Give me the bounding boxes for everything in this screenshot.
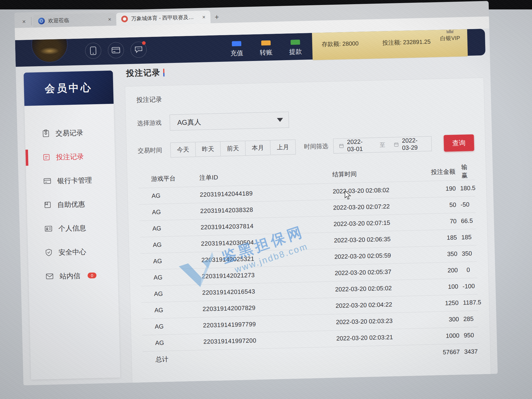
- sidebar-menu: 交易记录 投注记录 银行卡管理: [24, 104, 118, 289]
- tab-sports-site[interactable]: 万象城体育 - 西甲联赛及意甲罗 ×: [116, 11, 211, 25]
- sidebar-item-security[interactable]: 安全中心: [28, 239, 117, 265]
- quick-range-last-month[interactable]: 上月: [270, 140, 295, 155]
- cell-settle-time: 2022-03-20 02:05:02: [293, 284, 413, 294]
- member-sidebar: 会员中心 交易记录: [24, 70, 120, 380]
- sidebar-item-bet-records[interactable]: 投注记录: [25, 144, 115, 170]
- sidebar-item-label: 安全中心: [58, 247, 86, 257]
- cell-win-loss: 0: [462, 266, 477, 274]
- bet-records-panel: 投注记录 选择游戏 AG真人 交易时间 今天: [125, 78, 492, 385]
- page-content: 会员中心 交易记录: [16, 55, 498, 385]
- chevron-down-icon: [277, 118, 283, 122]
- cell-bet-id: 220319142038328: [181, 205, 292, 215]
- page-button-1[interactable]: 1: [257, 382, 269, 385]
- vip-level[interactable]: 白银VIP: [440, 29, 460, 42]
- bet-amount: 投注额: 232891.25: [382, 38, 431, 47]
- time-filter-row: 交易时间 今天 昨天 前天 本月 上月 时间筛选: [137, 134, 474, 159]
- page-viewport: 充值 转账 提款 存款额: 28000 投注额: 232891.25: [15, 29, 498, 385]
- col-header-bet-amount: 投注金额: [410, 167, 460, 177]
- close-icon[interactable]: ×: [201, 13, 206, 21]
- page-button-last[interactable]: 尾: [355, 380, 367, 385]
- cell-bet-id: 220319141997200: [184, 336, 295, 346]
- page-title: 投注记录: [126, 67, 161, 79]
- messages-button[interactable]: [131, 41, 147, 58]
- cell-bet-id: 220319142007829: [183, 303, 294, 313]
- cell-win-loss: 950: [464, 331, 481, 339]
- bet-records-table: 游戏平台 注单ID 结算时间 投注金额 输赢 AG 22031914204418…: [138, 163, 479, 368]
- cell-bet-id: 220319142030504: [181, 238, 293, 248]
- panel-subtitle: 投注记录: [136, 88, 473, 104]
- phone-icon: [89, 46, 97, 55]
- bank-card-button[interactable]: [108, 42, 124, 58]
- nav-item-transfer[interactable]: 转账: [255, 34, 277, 61]
- shield-check-icon: [45, 249, 53, 257]
- sidebar-item-label: 站内信: [60, 271, 81, 281]
- cell-win-loss: 185: [461, 233, 479, 241]
- total-label: 总计: [143, 354, 185, 364]
- quick-range-day-before[interactable]: 前天: [220, 141, 245, 156]
- sidebar-item-inbox[interactable]: 站内信 0: [28, 263, 118, 289]
- close-icon[interactable]: ×: [18, 16, 30, 28]
- cell-bet-id: 220319142021273: [182, 271, 293, 281]
- document-icon: [43, 154, 50, 161]
- cell-bet-amount: 50: [411, 201, 461, 209]
- new-tab-button[interactable]: +: [210, 11, 223, 23]
- game-select-label: 选择游戏: [137, 119, 170, 128]
- quick-range-today[interactable]: 今天: [170, 142, 196, 157]
- cell-settle-time: 2022-03-20 02:03:23: [294, 317, 414, 327]
- cell-bet-amount: 200: [412, 267, 462, 275]
- cell-bet-amount: 190: [410, 185, 461, 193]
- game-select[interactable]: AG真人: [170, 112, 289, 131]
- sidebar-item-profile[interactable]: 个人信息: [27, 215, 117, 241]
- cell-bet-amount: 70: [411, 218, 461, 226]
- sidebar-item-bank-cards[interactable]: 银行卡管理: [26, 167, 116, 193]
- cell-platform: AG: [140, 257, 182, 265]
- quick-range-yesterday[interactable]: 昨天: [195, 142, 221, 157]
- cell-platform: AG: [139, 208, 181, 216]
- cell-bet-amount: 100: [413, 283, 463, 291]
- sidebar-item-transactions[interactable]: 交易记录: [25, 120, 114, 146]
- site-nav: 充值 转账 提款: [226, 33, 306, 62]
- tab-title: 欢迎莅临: [48, 16, 104, 24]
- quick-range-this-month[interactable]: 本月: [245, 140, 270, 155]
- cell-bet-id: 220319142025321: [182, 254, 293, 264]
- page-button-5[interactable]: 5: [322, 381, 334, 385]
- time-filter-label: 交易时间: [138, 146, 171, 155]
- crown-icon: [446, 29, 454, 34]
- total-bet-amount: 57667: [414, 348, 464, 357]
- nav-item-withdraw[interactable]: 提款: [284, 33, 306, 60]
- mobile-app-button[interactable]: [85, 43, 101, 59]
- date-from-field[interactable]: 2022-03-01: [339, 138, 371, 153]
- cell-win-loss: 66.5: [461, 217, 480, 225]
- nav-item-recharge[interactable]: 充值: [226, 35, 248, 62]
- cell-bet-id: 220319142016543: [183, 287, 294, 297]
- cell-platform: AG: [141, 273, 183, 282]
- col-header-win-loss: 输赢: [460, 163, 475, 180]
- game-select-value: AG真人: [177, 116, 277, 127]
- cell-win-loss: 1187.5: [463, 299, 488, 306]
- withdraw-icon: [291, 40, 300, 45]
- sidebar-title: 会员中心: [45, 81, 93, 96]
- sidebar-item-label: 自助优惠: [57, 200, 85, 209]
- cell-win-loss: -100: [462, 282, 482, 290]
- tab-welcome[interactable]: 欢迎莅临 ×: [33, 13, 116, 27]
- date-range-label: 时间筛选: [304, 142, 329, 151]
- sidebar-item-label: 交易记录: [55, 128, 83, 138]
- page-button-2[interactable]: 2: [273, 382, 285, 385]
- cell-bet-amount: 1250: [413, 299, 463, 308]
- col-header-settle-time: 结算时间: [291, 168, 410, 180]
- date-to-field[interactable]: 2022-03-29: [394, 137, 426, 152]
- tab-divider: [31, 17, 32, 25]
- page-button-next[interactable]: 下: [339, 380, 351, 385]
- cell-settle-time: 2022-03-20 02:03:21: [295, 333, 414, 343]
- cell-platform: AG: [140, 224, 181, 233]
- cell-win-loss: 350: [462, 250, 479, 257]
- browser-window: × 欢迎莅临 × 万象城体育 - 西甲联赛及意甲罗 × +: [14, 1, 498, 385]
- search-button[interactable]: 查询: [444, 134, 474, 152]
- page-button-4[interactable]: 4: [306, 381, 318, 385]
- sidebar-item-promotions[interactable]: 自助优惠: [27, 191, 116, 217]
- ring-favicon-icon: [121, 16, 128, 22]
- close-icon[interactable]: ×: [107, 16, 112, 23]
- cell-settle-time: 2022-03-20 02:05:37: [293, 268, 413, 278]
- page-button-3[interactable]: 3: [290, 382, 301, 385]
- clipboard-icon: [42, 129, 50, 137]
